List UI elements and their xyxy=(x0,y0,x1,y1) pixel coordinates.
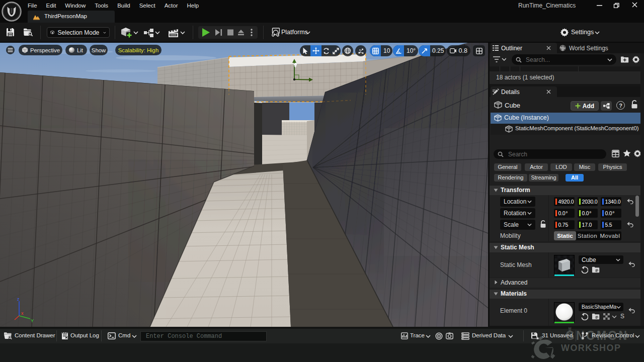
svg-text:z: z xyxy=(17,297,20,302)
svg-text:x: x xyxy=(21,311,24,316)
svg-text:Y: Y xyxy=(31,318,34,323)
